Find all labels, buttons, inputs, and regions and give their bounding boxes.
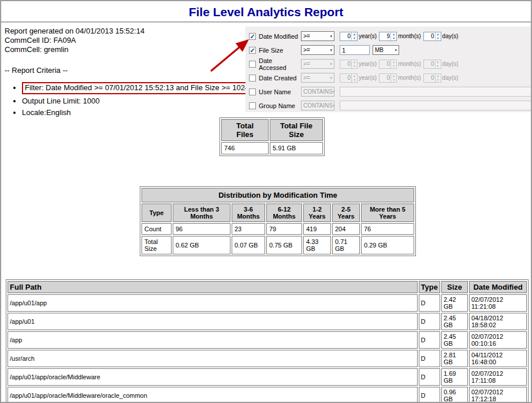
highlighted-filter-text: Filter: Date Modified >= 07/01/2012 15:5… [22,82,274,94]
operator-value: CONTAINS [303,102,333,109]
group-name-checkbox[interactable] [249,102,256,109]
year-unit-label: year(s) [359,33,377,39]
spin-down-icon: ▼ [436,64,441,68]
col-header: 1-2 Years [303,204,331,222]
spin-down-icon[interactable]: ▼ [436,36,441,40]
type-cell: D [419,313,440,330]
spin-down-icon[interactable]: ▼ [391,36,396,40]
date-cell: 04/11/2012 16:48:00 [469,350,527,367]
year-unit-label: year(s) [359,61,377,67]
path-cell: /app [8,331,418,349]
type-header: Type [419,281,440,293]
type-cell: D [419,368,440,386]
count-cell: 419 [303,223,331,235]
table-row: /app/u01/app/oracle/Middleware/oracle_co… [8,387,527,403]
year-spinner: ▲▼ [340,60,358,69]
totals-header-row: Total Files Total File Size [221,119,323,141]
day-input[interactable] [424,32,435,40]
operator-value: CONTAINS [303,88,333,95]
distribution-table: Distribution by Modification Time Type L… [140,186,416,256]
file-table-header-row: Full Path Type Size Date Modified [8,281,527,293]
spin-up-icon: ▲ [391,74,396,78]
spin-up-icon[interactable]: ▲ [391,32,396,36]
spinner-buttons[interactable]: ▲▼ [390,32,396,40]
day-unit-label: day(s) [442,61,459,67]
spin-up-icon[interactable]: ▲ [436,32,441,36]
spin-up-icon: ▲ [436,74,441,78]
size-cell: 0.62 GB [173,236,230,254]
day-input [424,60,435,68]
chevron-down-icon: ▾ [333,103,335,108]
date-cell: 02/07/2012 17:11:08 [469,368,527,386]
total-files-header: Total Files [221,119,269,141]
spin-down-icon: ▼ [352,64,357,68]
spin-down-icon: ▼ [352,78,357,82]
date-created-operator-dropdown: >= ▾ [301,73,334,83]
file-list-table: Full Path Type Size Date Modified /app/u… [6,279,529,403]
chevron-down-icon: ▾ [330,76,332,80]
date-modified-header: Date Modified [469,281,527,293]
spinner-buttons[interactable]: ▲▼ [435,32,441,40]
date-modified-operator-dropdown[interactable]: >= ▾ [301,31,334,41]
type-cell: D [419,294,440,312]
table-row: /usr/arch D 2.81 GB 04/11/2012 16:48:00 [8,350,527,367]
col-header: Type [142,204,172,222]
chevron-down-icon: ▾ [395,48,397,53]
month-unit-label: month(s) [398,33,421,39]
filter-row-date-accessed: Date Accessed >= ▾ ▲▼ year(s) ▲▼ month( [249,59,532,69]
distribution-title-row: Distribution by Modification Time [142,188,414,202]
date-created-fields: ▲▼ year(s) ▲▼ month(s) ▲▼ day(s) [340,73,460,83]
month-unit-label: month(s) [398,75,421,81]
total-file-size-value: 5.91 GB [270,142,323,154]
size-cell: 2.45 GB [441,331,468,349]
filter-row-date-modified: ✓ Date Modified >= ▾ ▲▼ year(s) ▲▼ [249,31,532,41]
file-size-unit-dropdown[interactable]: MB ▾ [373,45,399,55]
size-cell: 2.45 GB [441,313,468,330]
filter-panel: ✓ Date Modified >= ▾ ▲▼ year(s) ▲▼ [245,27,532,112]
size-cell: 2.81 GB [441,350,468,367]
top-section: Report generated on 04/01/2013 15:52:14 … [1,23,531,115]
size-cell: 0.71 GB [332,236,360,254]
year-spinner[interactable]: ▲▼ [340,32,358,41]
user-name-checkbox[interactable] [249,88,256,95]
file-size-value-input[interactable] [340,45,370,55]
group-name-operator-dropdown: CONTAINS ▾ [301,101,334,110]
type-cell: D [419,350,440,367]
size-cell: 0.29 GB [361,236,414,254]
col-header: Less than 3 Months [173,204,230,222]
date-cell: 04/18/2012 18:58:02 [469,313,527,330]
spinner-buttons: ▲▼ [390,60,396,68]
size-cell: 2.42 GB [441,294,468,312]
day-spinner[interactable]: ▲▼ [423,32,441,41]
distribution-size-row: Total Size 0.62 GB 0.07 GB 0.75 GB 4.33 … [142,236,414,254]
distribution-count-row: Count 96 23 79 419 204 76 [142,223,414,235]
filter-row-group-name: Group Name CONTAINS ▾ [249,101,532,110]
filter-row-file-size: ✓ File Size >= ▾ MB ▾ [249,45,532,55]
year-unit-label: year(s) [359,75,377,81]
col-header: More than 5 Years [361,204,414,222]
spinner-buttons: ▲▼ [435,74,441,82]
month-spinner[interactable]: ▲▼ [379,32,397,41]
date-modified-year-group: ▲▼ year(s) ▲▼ month(s) ▲▼ day(s) [340,32,460,41]
file-size-operator-dropdown[interactable]: >= ▾ [301,45,334,55]
spin-up-icon[interactable]: ▲ [352,32,357,36]
col-header: 2-5 Years [332,204,360,222]
spinner-buttons: ▲▼ [351,60,357,68]
day-unit-label: day(s) [442,75,459,81]
totals-value-row: 746 5.91 GB [221,142,323,154]
group-name-label: Group Name [259,102,301,109]
day-unit-label: day(s) [442,33,459,39]
filter-row-user-name: User Name CONTAINS ▾ [249,87,532,97]
year-spinner: ▲▼ [340,73,358,83]
year-input[interactable] [340,32,351,40]
year-input [340,60,351,68]
annotation-arrow-icon [203,34,256,76]
table-row: /app/u01/app D 2.42 GB 02/07/2012 11:21:… [8,294,527,312]
path-cell: /usr/arch [8,350,418,367]
path-cell: /app/u01 [8,313,418,330]
path-cell: /app/u01/app [8,294,418,312]
month-input[interactable] [380,32,390,40]
spin-down-icon[interactable]: ▼ [352,36,357,40]
spinner-buttons[interactable]: ▲▼ [351,32,357,40]
total-file-size-header: Total File Size [270,119,323,141]
